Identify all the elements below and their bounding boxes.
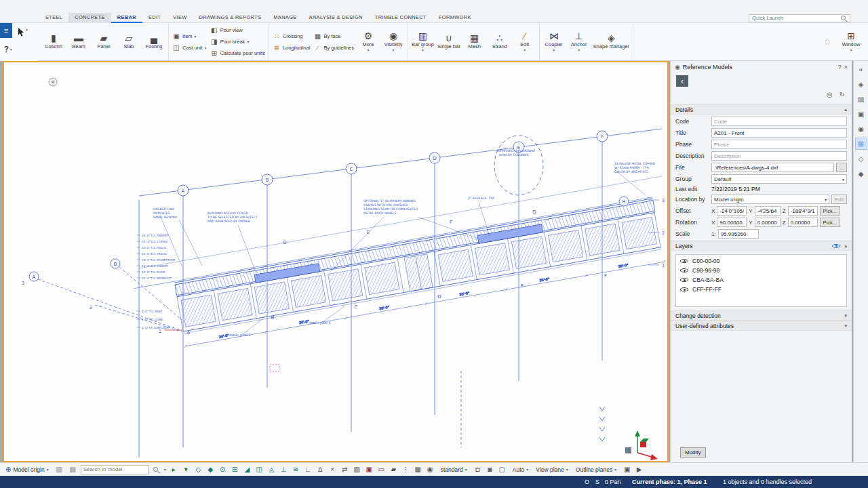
components-pane-icon[interactable]: ◉ <box>855 123 867 135</box>
panel-button[interactable]: ▰Panel <box>92 24 116 60</box>
refresh-icon[interactable]: ↻ <box>840 91 845 98</box>
rotation-y-input[interactable] <box>755 218 781 227</box>
mesh-button[interactable]: ▦Mesh <box>462 24 487 60</box>
beam-button[interactable]: ▬Beam <box>66 24 91 60</box>
rotation-z-input[interactable] <box>788 218 818 227</box>
longitudinal-button[interactable]: ≣Longitudinal <box>271 42 311 53</box>
model-search-input[interactable] <box>83 466 146 472</box>
uda-section-header[interactable]: User-defined attributes ▾ <box>671 321 852 331</box>
window-button[interactable]: ⊞Window▾ <box>839 24 863 60</box>
pour-break-button[interactable]: ◨Pour break▾ <box>209 37 267 47</box>
strand-button[interactable]: ∴Strand <box>488 24 512 60</box>
help-button[interactable]: ? ▾ <box>4 45 12 53</box>
ribbon-tab[interactable]: DRAWINGS & REPORTS <box>193 13 268 23</box>
quick-launch-input[interactable] <box>752 15 837 21</box>
C00-00-00[interactable]: C00-00-00 <box>676 256 846 266</box>
snap-endpoint-icon[interactable]: ◢ <box>241 464 253 475</box>
layer-eye-icon[interactable] <box>680 286 688 293</box>
select-filter-toggle-icon[interactable]: ▾ <box>180 464 192 475</box>
ribbon-tab[interactable]: MANAGE <box>267 13 302 23</box>
ribbon-tab[interactable]: TRIMBLE CONNECT <box>369 13 433 23</box>
description-input[interactable] <box>711 151 847 161</box>
outline-planes-dropdown[interactable]: Outline planes ▾ <box>573 464 619 475</box>
ribbon-tab[interactable]: ANALYSIS & DESIGN <box>303 13 369 23</box>
select-grids-icon[interactable]: ▦ <box>412 464 424 475</box>
more-button[interactable]: ⚙More▾ <box>356 24 380 60</box>
code-input[interactable] <box>711 117 847 126</box>
column-button[interactable]: ▮Column <box>41 24 66 60</box>
offset-z-input[interactable] <box>788 206 818 216</box>
rotation-x-input[interactable] <box>717 218 747 227</box>
footing-button[interactable]: ▄Footing <box>142 24 166 60</box>
cast-unit-button[interactable]: ◫Cast unit▾ <box>171 42 208 53</box>
offset-y-input[interactable] <box>755 206 781 216</box>
start-pane-icon[interactable]: ◈ <box>855 78 867 90</box>
model-viewport[interactable]: 30'-0" 30'-0" 30'-0" 30'-0" 30'-0" 30'-0… <box>3 61 669 462</box>
detach-pin-icon[interactable]: ◎ <box>827 91 833 98</box>
ribbon-tab[interactable]: VIEW <box>167 13 193 23</box>
phase-input[interactable] <box>711 140 847 149</box>
collapse-side-pane-icon[interactable]: « <box>855 63 867 75</box>
file-input[interactable] <box>711 163 834 172</box>
shape-manager-button[interactable]: ◈Shape manager <box>592 24 631 60</box>
panel-help-icon[interactable]: ? <box>838 64 842 70</box>
select-points-icon[interactable]: ⋮ <box>400 464 412 475</box>
snap-any-position-icon[interactable]: ⊞ <box>229 464 241 475</box>
select-objects-in-components-icon[interactable]: ◘ <box>472 464 484 475</box>
shapes-catalog-pane-icon[interactable]: ◇ <box>855 152 867 165</box>
layer-eye-icon[interactable] <box>680 267 688 274</box>
view-plane-dropdown[interactable]: View plane ▾ <box>533 464 570 475</box>
ribbon-tab[interactable]: EDIT <box>142 13 167 23</box>
model-search-box[interactable] <box>81 465 149 474</box>
scale-input[interactable] <box>718 229 759 239</box>
browse-file-button[interactable]: ... <box>836 163 847 172</box>
layer-eye-icon[interactable] <box>680 258 688 264</box>
snap-extension-icon[interactable]: ≋ <box>290 464 302 475</box>
calculate-pour-units-button[interactable]: ⊞Calculate pour units <box>209 48 267 59</box>
back-button[interactable]: ‹ <box>676 75 688 87</box>
snap-depth-dropdown[interactable]: Auto ▾ <box>510 464 532 475</box>
snap-midpoint-icon[interactable]: ◫ <box>254 464 265 475</box>
selection-filter-dropdown[interactable]: standard ▾ <box>438 464 470 475</box>
CFF-FF-FF[interactable]: CFF-FF-FF <box>676 285 846 294</box>
quick-launch[interactable] <box>749 14 850 22</box>
edit-location-button[interactable]: Edit <box>831 195 847 204</box>
layer-eye-icon[interactable] <box>680 277 688 283</box>
ribbon-tab[interactable]: STEEL <box>39 13 68 23</box>
smart-select-icon[interactable]: ▧ <box>351 464 363 475</box>
slab-button[interactable]: ▱Slab <box>117 24 141 60</box>
location-by-dropdown[interactable]: Model origin ▾ <box>711 195 829 204</box>
coupler-button[interactable]: ⋈Coupler▾ <box>542 24 566 60</box>
select-components-icon[interactable]: ▣ <box>363 464 375 475</box>
snap-geometry-points-icon[interactable]: ◆ <box>205 464 216 475</box>
pick-rotation-button[interactable]: Pick... <box>820 218 840 227</box>
plane-lock-icon[interactable]: ▤ <box>67 464 79 475</box>
properties-pane-icon[interactable]: ▤ <box>855 93 867 105</box>
bar-group-button[interactable]: ▥Bar group▾ <box>410 24 435 60</box>
modify-button[interactable]: Modify <box>680 447 706 458</box>
visibility-button[interactable]: ◉Visibility▾ <box>381 24 406 60</box>
layers-section-header[interactable]: Layers ▴ <box>671 241 852 251</box>
snap-intersection-icon[interactable]: ◬ <box>266 464 277 475</box>
relative-input-icon[interactable]: ∆ <box>315 464 326 475</box>
select-objects-in-assemblies-icon[interactable]: ◙ <box>484 464 496 475</box>
single-bar-button[interactable]: ∪Single bar <box>436 24 462 60</box>
select-tool-button[interactable]: ▾ <box>18 27 28 37</box>
select-all-toggle-icon[interactable]: ▸ <box>168 464 180 475</box>
file-menu-button[interactable]: ≡ <box>0 23 12 38</box>
ortho-toggle-icon[interactable]: ∟ <box>302 464 314 475</box>
snap-perpendicular-icon[interactable]: ⊥ <box>278 464 290 475</box>
numeric-snap-icon[interactable]: × <box>327 464 338 475</box>
snap-reference-points-icon[interactable]: ◇ <box>193 464 204 475</box>
coordinate-lock-icon[interactable]: ▥ <box>54 464 65 475</box>
panel-close-icon[interactable]: × <box>844 64 848 70</box>
CBA-BA-BA[interactable]: CBA-BA-BA <box>676 275 846 285</box>
edit-button[interactable]: ∕Edit▾ <box>513 24 537 60</box>
by-face-button[interactable]: ▦By face <box>312 30 355 41</box>
ribbon-tab[interactable]: REBAR <box>111 13 142 23</box>
crossing-button[interactable]: ∷Crossing <box>271 30 311 41</box>
lasso-select-button[interactable]: ◌ <box>820 24 835 60</box>
snap-nearest-point-icon[interactable]: ⊙ <box>217 464 229 475</box>
pick-offset-button[interactable]: Pick... <box>820 206 840 216</box>
item-button[interactable]: ▣Item▾ <box>171 30 208 41</box>
